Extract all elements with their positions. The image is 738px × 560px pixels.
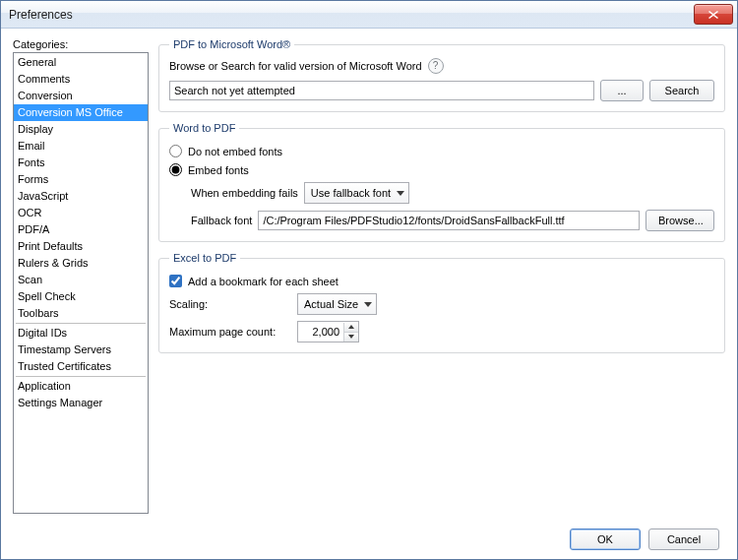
preferences-window: Preferences Categories: GeneralCommentsC… <box>0 0 738 560</box>
dialog-body: Categories: GeneralCommentsConversionCon… <box>1 29 737 520</box>
radio-embed-input[interactable] <box>169 163 182 176</box>
category-item[interactable]: Scan <box>14 272 148 288</box>
radio-no-embed-input[interactable] <box>169 145 182 157</box>
radio-no-embed[interactable]: Do not embed fonts <box>169 145 714 157</box>
word-browse-button[interactable]: ... <box>600 80 644 101</box>
category-item[interactable]: Toolbars <box>14 305 148 322</box>
arrow-down-icon <box>348 335 354 339</box>
cancel-button[interactable]: Cancel <box>648 529 719 550</box>
settings-pane: PDF to Microsoft Word® Browse or Search … <box>158 38 725 514</box>
category-item[interactable]: Trusted Certificates <box>14 358 148 375</box>
categories-pane: Categories: GeneralCommentsConversionCon… <box>13 38 149 514</box>
when-embedding-fails-row: When embedding fails Use fallback font <box>191 182 714 204</box>
help-icon[interactable]: ? <box>428 58 444 74</box>
scaling-label: Scaling: <box>169 298 291 310</box>
word-search-status-field[interactable] <box>169 81 594 100</box>
category-item[interactable]: General <box>14 54 148 71</box>
bookmark-each-sheet[interactable]: Add a bookmark for each sheet <box>169 275 714 287</box>
fallback-font-browse-button[interactable]: Browse... <box>646 210 714 231</box>
arrow-up-icon <box>348 325 354 329</box>
category-item[interactable]: OCR <box>14 205 148 221</box>
radio-no-embed-label: Do not embed fonts <box>188 146 282 157</box>
fallback-font-label: Fallback font <box>191 215 252 226</box>
spinner-buttons <box>343 323 358 342</box>
when-fail-value: Use fallback font <box>311 187 391 199</box>
excel-to-pdf-group: Excel to PDF Add a bookmark for each she… <box>158 252 725 353</box>
category-item[interactable]: Settings Manager <box>14 395 148 411</box>
spinner-down-button[interactable] <box>344 332 358 342</box>
word-search-button[interactable]: Search <box>649 80 714 101</box>
close-icon <box>708 11 718 19</box>
category-item[interactable]: Timestamp Servers <box>14 342 148 358</box>
titlebar: Preferences <box>1 1 737 29</box>
category-item[interactable]: Fonts <box>14 155 148 171</box>
category-item[interactable]: Rulers & Grids <box>14 255 148 272</box>
window-close-button[interactable] <box>694 4 733 25</box>
spinner-up-button[interactable] <box>344 323 358 332</box>
ok-button[interactable]: OK <box>570 529 641 550</box>
category-item[interactable]: Comments <box>14 71 148 88</box>
scaling-select[interactable]: Actual Size <box>297 293 377 315</box>
word-to-pdf-group: Word to PDF Do not embed fonts Embed fon… <box>158 122 725 242</box>
excel-to-pdf-legend: Excel to PDF <box>169 252 240 264</box>
when-fail-select[interactable]: Use fallback font <box>304 182 409 204</box>
pdf-to-word-controls: ... Search <box>169 80 714 101</box>
fallback-font-row: Fallback font Browse... <box>191 210 714 231</box>
category-item[interactable]: Spell Check <box>14 288 148 305</box>
category-item[interactable]: Display <box>14 121 148 138</box>
category-item[interactable]: Conversion <box>14 88 148 104</box>
category-item[interactable]: Application <box>14 378 148 395</box>
fallback-font-field[interactable] <box>258 211 640 230</box>
max-page-count-value: 2,000 <box>298 326 343 338</box>
categories-list[interactable]: GeneralCommentsConversionConversion MS O… <box>13 52 149 514</box>
category-item[interactable]: PDF/A <box>14 221 148 238</box>
chevron-down-icon <box>397 191 404 196</box>
category-item[interactable]: Email <box>14 138 148 155</box>
bookmark-label: Add a bookmark for each sheet <box>188 276 338 287</box>
scaling-row: Scaling: Actual Size <box>169 293 714 315</box>
max-page-count-label: Maximum page count: <box>169 326 291 338</box>
max-page-count-row: Maximum page count: 2,000 <box>169 321 714 342</box>
scaling-value: Actual Size <box>304 298 358 310</box>
pdf-to-word-hint-label: Browse or Search for valid version of Mi… <box>169 60 422 72</box>
category-item[interactable]: Conversion MS Office <box>14 104 148 121</box>
radio-embed-label: Embed fonts <box>188 164 249 176</box>
categories-separator <box>16 376 146 377</box>
radio-embed[interactable]: Embed fonts <box>169 163 714 176</box>
categories-label: Categories: <box>13 38 149 50</box>
pdf-to-word-legend: PDF to Microsoft Word® <box>169 38 294 50</box>
max-page-count-spinner[interactable]: 2,000 <box>297 321 359 342</box>
category-item[interactable]: Print Defaults <box>14 238 148 255</box>
word-to-pdf-legend: Word to PDF <box>169 122 239 134</box>
window-title: Preferences <box>9 8 694 22</box>
chevron-down-icon <box>364 302 372 307</box>
category-item[interactable]: Digital IDs <box>14 325 148 342</box>
category-item[interactable]: JavaScript <box>14 188 148 205</box>
category-item[interactable]: Forms <box>14 171 148 188</box>
dialog-footer: OK Cancel <box>1 520 737 559</box>
pdf-to-word-hint-row: Browse or Search for valid version of Mi… <box>169 58 714 74</box>
when-fail-label: When embedding fails <box>191 187 298 199</box>
pdf-to-word-group: PDF to Microsoft Word® Browse or Search … <box>158 38 725 112</box>
bookmark-checkbox[interactable] <box>169 275 182 287</box>
categories-separator <box>16 323 146 324</box>
